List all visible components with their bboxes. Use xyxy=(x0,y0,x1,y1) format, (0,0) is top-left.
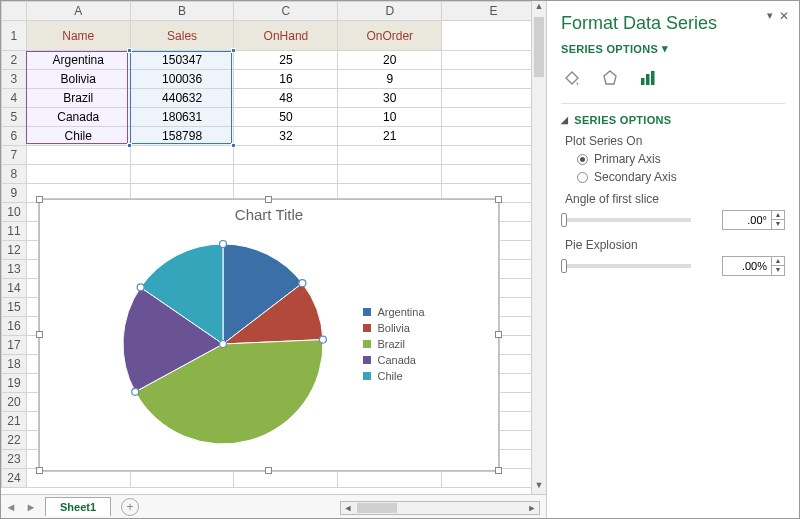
cell-A1[interactable]: Name xyxy=(26,21,130,51)
row-header-1[interactable]: 1 xyxy=(2,21,27,51)
select-all-cell[interactable] xyxy=(2,2,27,21)
cell-C1[interactable]: OnHand xyxy=(234,21,338,51)
scroll-left-button[interactable]: ◄ xyxy=(341,503,355,513)
close-pane-button[interactable]: ✕ xyxy=(779,9,789,23)
cell-D24[interactable] xyxy=(338,469,442,488)
series-handle[interactable] xyxy=(299,280,306,287)
explosion-spinner[interactable]: ▲▼ xyxy=(722,256,785,276)
col-header-C[interactable]: C xyxy=(234,2,338,21)
series-options-icon[interactable] xyxy=(637,67,659,89)
row-header-19[interactable]: 19 xyxy=(2,374,27,393)
row-header-10[interactable]: 10 xyxy=(2,203,27,222)
cell-E8[interactable] xyxy=(442,165,546,184)
cell-E6[interactable] xyxy=(442,127,546,146)
resize-handle[interactable] xyxy=(495,196,502,203)
selection-handle[interactable] xyxy=(231,143,236,148)
cell-A3[interactable]: Bolivia xyxy=(26,70,130,89)
cell-D8[interactable] xyxy=(338,165,442,184)
col-header-D[interactable]: D xyxy=(338,2,442,21)
pane-options-icon[interactable]: ▾ xyxy=(767,9,773,22)
resize-handle[interactable] xyxy=(495,331,502,338)
angle-input[interactable] xyxy=(723,211,771,229)
cell-C4[interactable]: 48 xyxy=(234,89,338,108)
resize-handle[interactable] xyxy=(495,467,502,474)
spin-up[interactable]: ▲ xyxy=(772,211,784,220)
cell-C7[interactable] xyxy=(234,146,338,165)
cell-C2[interactable]: 25 xyxy=(234,51,338,70)
cell-C6[interactable]: 32 xyxy=(234,127,338,146)
spin-down[interactable]: ▼ xyxy=(772,220,784,229)
angle-slider[interactable] xyxy=(561,218,691,222)
row-header-4[interactable]: 4 xyxy=(2,89,27,108)
col-header-B[interactable]: B xyxy=(130,2,234,21)
legend-item-brazil[interactable]: Brazil xyxy=(363,338,424,350)
legend-item-bolivia[interactable]: Bolivia xyxy=(363,322,424,334)
slider-knob[interactable] xyxy=(561,213,567,227)
tab-nav-next[interactable]: ► xyxy=(21,501,41,513)
series-handle[interactable] xyxy=(132,388,139,395)
series-handle[interactable] xyxy=(220,341,227,348)
selection-handle[interactable] xyxy=(231,48,236,53)
cell-C8[interactable] xyxy=(234,165,338,184)
row-header-15[interactable]: 15 xyxy=(2,298,27,317)
row-header-11[interactable]: 11 xyxy=(2,222,27,241)
row-header-22[interactable]: 22 xyxy=(2,431,27,450)
row-header-5[interactable]: 5 xyxy=(2,108,27,127)
selection-handle[interactable] xyxy=(127,48,132,53)
series-handle[interactable] xyxy=(138,284,145,291)
resize-handle[interactable] xyxy=(36,331,43,338)
row-header-8[interactable]: 8 xyxy=(2,165,27,184)
cell-D5[interactable]: 10 xyxy=(338,108,442,127)
cell-B6[interactable]: 158798 xyxy=(130,127,234,146)
row-header-17[interactable]: 17 xyxy=(2,336,27,355)
spin-down[interactable]: ▼ xyxy=(772,266,784,275)
scroll-right-button[interactable]: ► xyxy=(525,503,539,513)
slider-knob[interactable] xyxy=(561,259,567,273)
cell-E2[interactable] xyxy=(442,51,546,70)
embedded-chart[interactable]: Chart Title ArgentinaBoliviaBrazilCanada… xyxy=(39,199,499,471)
cell-A7[interactable] xyxy=(26,146,130,165)
effects-icon[interactable] xyxy=(599,67,621,89)
row-header-21[interactable]: 21 xyxy=(2,412,27,431)
cell-C3[interactable]: 16 xyxy=(234,70,338,89)
cell-B24[interactable] xyxy=(130,469,234,488)
cell-C5[interactable]: 50 xyxy=(234,108,338,127)
vertical-scrollbar[interactable]: ▲ ▼ xyxy=(531,1,546,494)
pie-chart[interactable] xyxy=(113,234,333,454)
cell-A2[interactable]: Argentina xyxy=(26,51,130,70)
col-header-A[interactable]: A xyxy=(26,2,130,21)
cell-D2[interactable]: 20 xyxy=(338,51,442,70)
angle-spinner[interactable]: ▲▼ xyxy=(722,210,785,230)
row-header-3[interactable]: 3 xyxy=(2,70,27,89)
cell-B2[interactable]: 150347 xyxy=(130,51,234,70)
selection-handle[interactable] xyxy=(127,143,132,148)
scroll-up-button[interactable]: ▲ xyxy=(535,1,544,15)
series-handle[interactable] xyxy=(220,241,227,248)
cell-D1[interactable]: OnOrder xyxy=(338,21,442,51)
cell-B7[interactable] xyxy=(130,146,234,165)
col-header-E[interactable]: E xyxy=(442,2,546,21)
cell-B1[interactable]: Sales xyxy=(130,21,234,51)
series-handle[interactable] xyxy=(320,336,327,343)
cell-A5[interactable]: Canada xyxy=(26,108,130,127)
cell-E4[interactable] xyxy=(442,89,546,108)
cell-D7[interactable] xyxy=(338,146,442,165)
cell-D6[interactable]: 21 xyxy=(338,127,442,146)
legend-item-canada[interactable]: Canada xyxy=(363,354,424,366)
primary-axis-radio[interactable]: Primary Axis xyxy=(577,152,785,166)
resize-handle[interactable] xyxy=(265,196,272,203)
cell-E1[interactable] xyxy=(442,21,546,51)
add-sheet-button[interactable]: + xyxy=(121,498,139,516)
explosion-slider[interactable] xyxy=(561,264,691,268)
sheet-tab[interactable]: Sheet1 xyxy=(45,497,111,516)
cell-E5[interactable] xyxy=(442,108,546,127)
resize-handle[interactable] xyxy=(36,467,43,474)
row-header-13[interactable]: 13 xyxy=(2,260,27,279)
cell-B8[interactable] xyxy=(130,165,234,184)
row-header-23[interactable]: 23 xyxy=(2,450,27,469)
cell-D3[interactable]: 9 xyxy=(338,70,442,89)
series-options-section[interactable]: ◢ SERIES OPTIONS xyxy=(561,114,785,126)
legend-item-argentina[interactable]: Argentina xyxy=(363,306,424,318)
row-header-6[interactable]: 6 xyxy=(2,127,27,146)
chart-title[interactable]: Chart Title xyxy=(40,206,498,223)
